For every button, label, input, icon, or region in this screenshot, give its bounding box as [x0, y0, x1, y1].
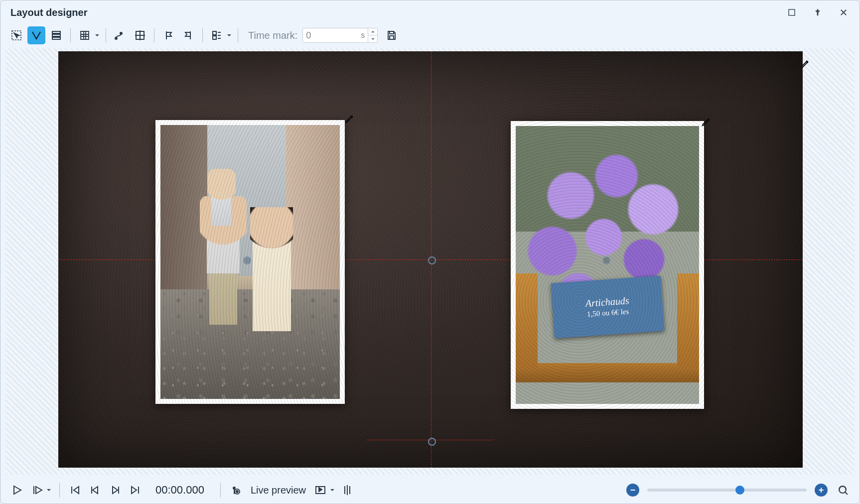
anchor-marker-bottom[interactable]: [428, 438, 436, 446]
svg-rect-2: [52, 31, 60, 33]
align-tool-button[interactable]: [208, 26, 226, 44]
maximize-button[interactable]: [786, 6, 798, 18]
preview-dropdown-caret[interactable]: [329, 481, 336, 499]
layout-designer-window: Layout designer: [0, 0, 860, 504]
toolbar-separator: [70, 28, 71, 42]
svg-rect-0: [789, 9, 795, 15]
play-mode-dropdown-caret[interactable]: [45, 481, 52, 499]
zoom-fit-button[interactable]: [835, 482, 852, 499]
live-preview-label: Live preview: [251, 485, 306, 496]
time-mark-input-wrap[interactable]: s: [302, 28, 378, 43]
zoom-slider-thumb[interactable]: [735, 486, 744, 495]
svg-rect-11: [390, 36, 394, 39]
anchor-marker-left[interactable]: [243, 256, 251, 264]
svg-point-14: [236, 491, 238, 493]
pin-button[interactable]: [812, 6, 824, 18]
crop-tool-button[interactable]: [131, 26, 149, 44]
time-mark-unit: s: [358, 31, 368, 40]
select-tool-button[interactable]: [7, 26, 25, 44]
photo-artichokes-image: Artichauds 1,50 ou 6€ les: [516, 126, 699, 404]
titlebar: Layout designer: [0, 0, 860, 24]
edit-pencil-icon[interactable]: [701, 116, 712, 127]
play-button[interactable]: [8, 482, 25, 499]
edit-pencil-icon[interactable]: [800, 58, 811, 69]
layers-tool-button[interactable]: [47, 26, 65, 44]
svg-rect-10: [390, 31, 394, 34]
time-mark-label: Time mark:: [248, 30, 297, 41]
time-spin-down[interactable]: [368, 35, 377, 42]
bottom-separator: [59, 483, 60, 498]
svg-point-12: [233, 487, 235, 489]
save-tool-button[interactable]: [383, 26, 401, 44]
sign-line2: 1,50 ou 6€ les: [586, 308, 629, 319]
grid-dropdown-caret[interactable]: [94, 26, 101, 44]
canvas-area[interactable]: Artichauds 1,50 ou 6€ les: [5, 48, 855, 475]
svg-rect-9: [213, 36, 216, 39]
live-preview-toggle[interactable]: [228, 482, 245, 499]
close-button[interactable]: [838, 6, 850, 18]
toolbar: Time mark: s: [0, 24, 860, 46]
toolbar-separator: [154, 28, 154, 42]
zoom-out-button[interactable]: −: [626, 484, 639, 497]
svg-rect-4: [52, 37, 60, 39]
timecode: 00:00.000: [155, 484, 204, 497]
seek-end-button[interactable]: [127, 482, 143, 499]
align-dropdown-caret[interactable]: [226, 26, 233, 44]
anchor-marker-right[interactable]: [602, 256, 610, 264]
window-title: Layout designer: [10, 7, 87, 18]
photo-artichokes[interactable]: Artichauds 1,50 ou 6€ les: [511, 121, 704, 409]
svg-rect-3: [52, 34, 60, 36]
anchor-marker-center[interactable]: [428, 256, 436, 264]
seek-start-button[interactable]: [67, 482, 84, 499]
time-mark-input[interactable]: [303, 28, 358, 42]
zoom-in-button[interactable]: +: [815, 484, 828, 497]
path-tool-button[interactable]: [111, 26, 129, 44]
toolbar-separator: [202, 28, 203, 42]
flag-right-tool-button[interactable]: [179, 26, 197, 44]
toolbar-separator: [238, 28, 238, 42]
playback-bar: 00:00.000 Live preview − +: [0, 477, 860, 504]
svg-point-6: [120, 32, 122, 34]
vector-tool-button[interactable]: [27, 26, 45, 44]
bottom-separator: [220, 483, 221, 498]
svg-point-5: [115, 37, 117, 39]
flag-left-tool-button[interactable]: [159, 26, 177, 44]
time-spin-up[interactable]: [368, 28, 377, 35]
toolbar-separator: [106, 28, 106, 42]
prev-frame-button[interactable]: [87, 482, 104, 499]
grid-tool-button[interactable]: [76, 26, 94, 44]
canvas[interactable]: Artichauds 1,50 ou 6€ les: [58, 51, 803, 468]
preview-window-button[interactable]: [312, 482, 329, 499]
next-frame-button[interactable]: [107, 482, 124, 499]
edit-pencil-icon[interactable]: [344, 113, 355, 124]
window-controls: [786, 6, 850, 18]
svg-rect-8: [213, 31, 216, 35]
zoom-slider[interactable]: [647, 489, 807, 492]
compare-button[interactable]: [339, 482, 356, 499]
play-from-cursor-button[interactable]: [28, 482, 45, 499]
